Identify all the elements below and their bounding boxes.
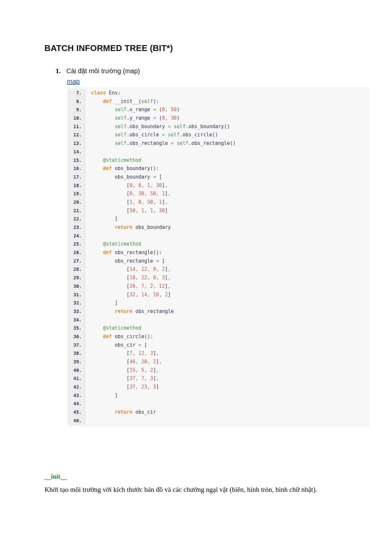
code-block: 7.class Env:8. def __init__(self):9. sel… bbox=[68, 87, 369, 427]
line-number: 15. bbox=[68, 156, 86, 165]
code-token: [ bbox=[91, 199, 129, 205]
code-text: [0, 30, 50, 1], bbox=[86, 190, 171, 198]
code-token: 20 bbox=[141, 359, 147, 365]
list-item: 1. Cài đặt môi trường (map) bbox=[56, 67, 372, 75]
line-number: 30. bbox=[68, 282, 86, 291]
code-token: [ bbox=[141, 342, 147, 348]
code-text: [14, 12, 8, 2], bbox=[86, 265, 171, 274]
code-token: ] bbox=[153, 367, 156, 373]
code-token: , bbox=[135, 375, 138, 381]
code-token: , bbox=[159, 292, 162, 298]
code-line: 22. ] bbox=[68, 215, 369, 223]
map-link[interactable]: map bbox=[67, 78, 80, 85]
line-number: 7. bbox=[68, 89, 86, 97]
code-token bbox=[162, 292, 165, 298]
code-token: = bbox=[171, 140, 174, 146]
code-text: @staticmethod bbox=[86, 324, 141, 333]
code-token bbox=[91, 250, 103, 255]
code-token bbox=[139, 283, 141, 289]
code-line: 44. bbox=[68, 400, 369, 408]
code-token bbox=[91, 132, 115, 138]
line-number: 17. bbox=[68, 173, 86, 182]
code-token: [ bbox=[91, 359, 129, 365]
code-token: , bbox=[156, 191, 159, 197]
code-token bbox=[91, 98, 103, 104]
line-number: 24. bbox=[68, 232, 86, 240]
code-line: 15. @staticmethod bbox=[68, 156, 369, 165]
code-text: obs_boundary = [ bbox=[86, 173, 162, 182]
code-token: , bbox=[147, 384, 150, 390]
code-token: ] bbox=[162, 182, 165, 188]
code-text: return obs_boundary bbox=[86, 223, 171, 232]
code-token: [ bbox=[156, 174, 162, 180]
code-line: 29. [18, 22, 8, 3], bbox=[68, 274, 369, 282]
code-text: def obs_boundary(): bbox=[86, 164, 159, 173]
code-token bbox=[144, 199, 147, 205]
code-token: class bbox=[91, 90, 106, 96]
code-token: 0 bbox=[162, 115, 165, 121]
line-number: 16. bbox=[68, 164, 86, 173]
code-token: ] bbox=[91, 300, 118, 306]
line-number: 13. bbox=[68, 139, 86, 148]
line-number: 11. bbox=[68, 123, 86, 131]
code-token: Env: bbox=[106, 90, 121, 96]
code-token: 7 bbox=[141, 375, 144, 381]
code-token bbox=[174, 140, 177, 146]
code-token: , bbox=[147, 292, 150, 298]
document-page: BATCH INFORMED TREE (BIT*) 1. Cài đặt mô… bbox=[0, 0, 392, 496]
code-token bbox=[91, 308, 115, 314]
code-token: self bbox=[115, 124, 126, 130]
code-token: , bbox=[153, 283, 156, 289]
code-token: 37 bbox=[129, 375, 135, 381]
code-token: ] bbox=[165, 275, 168, 281]
code-token: , bbox=[168, 266, 171, 272]
code-token: def bbox=[103, 334, 112, 339]
line-number: 9. bbox=[68, 106, 86, 114]
code-line: 27. obs_rectangle = [ bbox=[68, 257, 369, 266]
code-token: 22 bbox=[141, 275, 147, 281]
code-token: ] bbox=[165, 283, 168, 289]
code-text: self.obs_rectangle = self.obs_rectangle(… bbox=[86, 139, 236, 148]
code-token: @staticmethod bbox=[103, 325, 141, 331]
footer-section: __init__ Khởi tạo môi trường với kích th… bbox=[44, 473, 372, 496]
code-token: [ bbox=[91, 367, 129, 373]
code-token: return bbox=[115, 224, 132, 230]
code-token: 14 bbox=[141, 292, 147, 298]
code-text: def obs_rectangle(): bbox=[86, 249, 162, 257]
code-line: 32. ] bbox=[68, 299, 369, 307]
code-token: 1 bbox=[141, 208, 144, 214]
code-token: [ bbox=[91, 182, 129, 188]
code-token: 32 bbox=[129, 292, 135, 298]
code-token: 30 bbox=[156, 182, 162, 188]
code-token bbox=[139, 208, 141, 214]
code-token: , bbox=[147, 275, 150, 281]
code-token bbox=[139, 367, 141, 373]
code-line: 38. [7, 12, 3], bbox=[68, 349, 369, 358]
code-token: ] bbox=[156, 384, 159, 390]
line-number: 21. bbox=[68, 207, 86, 215]
line-number: 42. bbox=[68, 383, 86, 391]
code-token: , bbox=[135, 292, 138, 298]
code-token: def bbox=[103, 250, 112, 255]
code-line: 9. self.x_range = (0, 50) bbox=[68, 106, 369, 114]
code-token: , bbox=[165, 107, 168, 113]
line-number: 26. bbox=[68, 249, 86, 257]
code-line: 19. [0, 30, 50, 1], bbox=[68, 190, 369, 198]
code-token: 3 bbox=[150, 350, 153, 356]
code-token bbox=[150, 384, 153, 390]
code-token: = bbox=[139, 342, 141, 348]
code-token bbox=[139, 275, 141, 281]
code-line: 25. @staticmethod bbox=[68, 240, 369, 249]
code-text: @staticmethod bbox=[86, 240, 141, 249]
code-token bbox=[147, 350, 150, 356]
code-token: [ bbox=[91, 283, 129, 289]
code-line: 10. self.y_range = (0, 30) bbox=[68, 114, 369, 123]
code-token: 37 bbox=[129, 384, 135, 390]
code-text: [1, 0, 50, 1], bbox=[86, 198, 168, 207]
line-number: 45. bbox=[68, 408, 86, 417]
line-number: 27. bbox=[68, 257, 86, 266]
code-token: ] bbox=[165, 208, 168, 214]
code-token: [ bbox=[91, 208, 129, 214]
code-text: [37, 7, 3], bbox=[86, 374, 159, 383]
code-token: [ bbox=[91, 350, 129, 356]
